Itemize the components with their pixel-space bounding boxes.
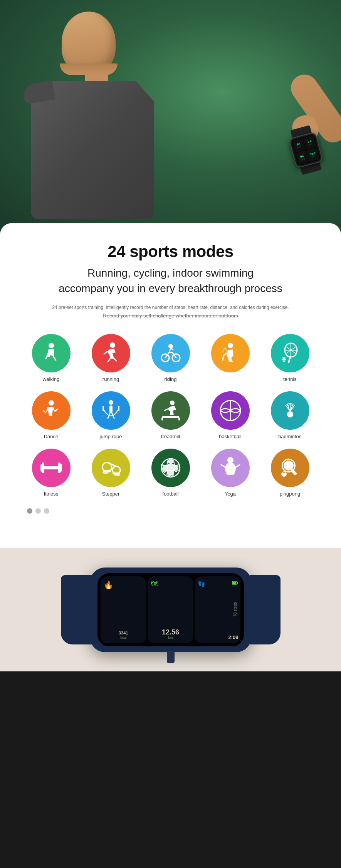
calories-unit: kcal [104, 636, 143, 639]
watch-panel-steps: 👣 78 steps 2:09 [195, 576, 240, 643]
svg-point-20 [49, 400, 54, 406]
sport-label-walking: walking [43, 376, 59, 382]
svg-rect-31 [162, 416, 179, 418]
fitness-icon-svg [40, 456, 63, 479]
sport-label-dance: Dance [44, 434, 59, 439]
sport-icon-jumprope [92, 391, 130, 430]
sport-label-football: football [163, 491, 179, 497]
watch-band-left [61, 575, 92, 644]
watch-stat-label-2: km [309, 143, 312, 146]
distance-icon: 🗺 [151, 580, 190, 588]
svg-rect-44 [42, 462, 44, 473]
sport-icon-fitness [32, 449, 71, 487]
svg-line-67 [221, 465, 225, 467]
sport-item-dance: Dance [23, 391, 79, 439]
sport-label-badminton: badminton [278, 434, 302, 439]
distance-value: 12.56 [151, 629, 190, 636]
watch-cell-4: 10:3 time [306, 148, 319, 162]
watch-stat-label-1: BPM [297, 145, 302, 149]
steps-value: 78 steps [233, 602, 237, 617]
svg-point-0 [49, 343, 54, 348]
calories-display: 3341 kcal [104, 631, 143, 639]
sport-icon-hiking [211, 334, 250, 372]
subtitle-line1: Running, cycling, indoor swimming [23, 267, 318, 279]
distance-display: 12.56 km [151, 629, 190, 639]
sport-label-tennis: tennis [283, 376, 297, 382]
svg-point-65 [227, 457, 233, 463]
sport-label-pingpong: pingpong [280, 491, 301, 497]
distance-unit: km [151, 636, 190, 639]
pagination-dot-3[interactable] [44, 508, 49, 514]
watch-panel-distance: 🗺 12.56 km [148, 576, 193, 643]
svg-line-6 [114, 359, 116, 361]
treadmill-icon-svg [159, 399, 182, 422]
sport-icon-football [151, 449, 190, 487]
sport-label-basketball: basketball [219, 434, 242, 439]
svg-point-3 [110, 342, 115, 348]
steps-display: 78 steps [233, 587, 237, 632]
sport-item-treadmill: treadmill [143, 391, 198, 439]
sport-item-jumprope: jump rope [83, 391, 139, 439]
watch-stat-label-4: time [311, 154, 316, 157]
sport-label-jumprope: jump rope [100, 434, 122, 439]
svg-line-18 [289, 357, 290, 362]
sport-item-pingpong: pingpong [262, 449, 318, 497]
badminton-icon-svg [279, 399, 302, 422]
jumprope-icon-svg [99, 399, 123, 422]
walking-icon-svg [40, 342, 63, 365]
hero-image-area: 89 BPM 1.2 km 98 SpO2 10:3 time [0, 0, 341, 231]
dance-icon-svg [40, 399, 63, 422]
sport-item-football: football [143, 449, 198, 497]
sport-item-riding: riding [143, 334, 198, 382]
sport-item-basketball: basketball [202, 391, 258, 439]
svg-rect-74 [237, 582, 238, 584]
sport-icon-basketball [211, 391, 250, 430]
sport-icon-badminton [271, 391, 309, 430]
pagination-dot-2[interactable] [35, 508, 41, 514]
svg-line-4 [104, 352, 107, 354]
sport-icon-dance [32, 391, 71, 430]
battery-icon [232, 579, 238, 586]
pagination-dot-1[interactable] [27, 508, 32, 514]
basketball-icon-svg [219, 399, 242, 422]
watch-band-right [250, 575, 281, 644]
svg-rect-33 [178, 417, 180, 421]
pingpong-icon-svg [279, 456, 302, 479]
sport-label-stepper: Stepper [102, 491, 120, 497]
sport-label-treadmill: treadmill [161, 434, 180, 439]
sport-label-fitness: fitness [44, 491, 59, 497]
svg-point-29 [170, 401, 175, 405]
sport-item-tennis: tennis [262, 334, 318, 382]
sport-item-stepper: Stepper [83, 449, 139, 497]
hero-section: 89 BPM 1.2 km 98 SpO2 10:3 time [0, 0, 341, 231]
svg-point-72 [281, 471, 287, 477]
bottom-watch-section: 🔥 3341 kcal 🗺 12.56 km 👣 78 st [0, 548, 341, 671]
sport-icon-stepper [92, 449, 130, 487]
page-title: 24 sports modes [23, 242, 318, 261]
svg-point-36 [287, 411, 293, 417]
subtitle-line2: accompany you in every breakthrough proc… [23, 282, 318, 295]
sport-item-running: running [83, 334, 139, 382]
svg-line-22 [55, 409, 57, 411]
person-torso [31, 81, 154, 219]
sport-label-yoga: Yoga [225, 491, 236, 497]
svg-rect-32 [161, 417, 163, 421]
sport-item-badminton: badminton [262, 391, 318, 439]
svg-rect-75 [232, 582, 236, 584]
sport-icon-yoga [211, 449, 250, 487]
svg-line-68 [236, 465, 240, 467]
svg-point-53 [114, 473, 120, 476]
sport-item-fitness: fitness [23, 449, 79, 497]
watch-panel-calories: 🔥 3341 kcal [101, 576, 146, 643]
person-chin [60, 63, 118, 75]
football-icon-svg [159, 456, 182, 479]
svg-point-52 [102, 471, 109, 474]
svg-line-12 [223, 356, 223, 360]
svg-point-7 [168, 344, 173, 349]
sport-icon-tennis [271, 334, 309, 372]
sport-label-running: running [102, 376, 119, 382]
sport-item-walking: walking [23, 334, 79, 382]
running-icon-svg [99, 342, 123, 365]
sport-icon-walking [32, 334, 71, 372]
svg-point-23 [109, 400, 113, 405]
